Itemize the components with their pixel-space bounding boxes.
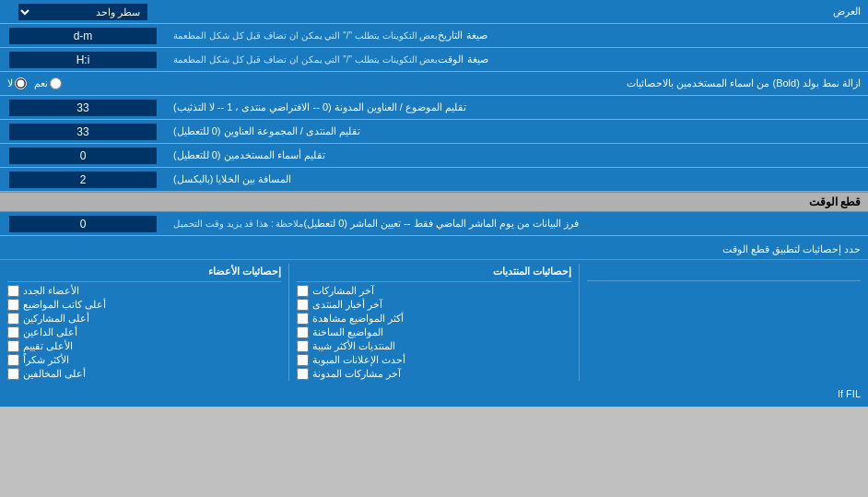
forum-order-label: تقليم الموضوع / العناوين المدونة (0 -- ا…: [166, 96, 868, 119]
forum-group-label: تقليم المنتدى / المجموعة العناوين (0 للت…: [166, 120, 868, 143]
bold-remove-yes-label: نعم: [34, 77, 62, 89]
col1-checkbox-5[interactable]: [7, 354, 19, 366]
col2-checkbox-4[interactable]: [297, 340, 309, 352]
col2-item-6: آخر مشاركات المدونة: [297, 367, 570, 381]
users-trim-input[interactable]: [9, 148, 157, 164]
cut-time-fetch-row: فرز البيانات من يوم الماشر الماضي فقط --…: [0, 212, 868, 236]
bold-remove-no-radio[interactable]: [15, 77, 27, 89]
col1-checkbox-6[interactable]: [7, 368, 19, 380]
checkbox-col-1: إحصائيات الأعضاء الأعضاء الجدد أعلى كاتب…: [0, 264, 288, 381]
date-format-input-container: [0, 24, 166, 47]
col2-header: إحصائيات المنتديات: [297, 264, 570, 282]
bottom-section: حدد إحصائيات لتطبيق قطع الوقت إحصائيات ا…: [0, 236, 868, 407]
forum-group-input-container: [0, 120, 166, 143]
col1-item-0: الأعضاء الجدد: [7, 284, 281, 298]
col2-checkbox-6[interactable]: [297, 368, 309, 380]
display-select-container: سطر واحد سطرين ثلاثة أسطر: [0, 2, 166, 22]
stats-apply-label: حدد إحصائيات لتطبيق قطع الوقت: [7, 243, 861, 255]
cut-time-header: قطع الوقت: [0, 192, 868, 212]
col1-checkbox-3[interactable]: [7, 326, 19, 338]
col1-checkbox-4[interactable]: [7, 340, 19, 352]
forum-group-row: تقليم المنتدى / المجموعة العناوين (0 للت…: [0, 120, 868, 144]
cut-time-fetch-input-container: [0, 212, 166, 235]
date-format-row: صيغة التاريخ بعض التكوينات يتطلب "/" الت…: [0, 24, 868, 48]
col1-checkbox-0[interactable]: [7, 285, 19, 297]
col1-item-5: الأكثر شكراً: [7, 353, 281, 367]
col1-item-1: أعلى كاتب المواضيع: [7, 298, 281, 312]
col1-item-2: أعلى المشاركين: [7, 312, 281, 325]
forum-order-input-container: [0, 96, 166, 119]
col2-checkbox-5[interactable]: [297, 354, 309, 366]
cell-spacing-row: المسافة بين الخلايا (بالبكسل): [0, 168, 868, 192]
time-format-input-container: [0, 48, 166, 71]
col1-item-4: الأعلى تقييم: [7, 339, 281, 353]
col2-item-3: المواضيع الساخنة: [297, 325, 570, 339]
stats-apply-row: حدد إحصائيات لتطبيق قطع الوقت: [0, 240, 868, 260]
forum-order-row: تقليم الموضوع / العناوين المدونة (0 -- ا…: [0, 96, 868, 120]
col1-header: إحصائيات الأعضاء: [7, 264, 281, 282]
col2-item-0: آخر المشاركات: [297, 284, 570, 298]
checkbox-col-2: إحصائيات المنتديات آخر المشاركات آخر أخب…: [288, 264, 578, 381]
cell-spacing-label: المسافة بين الخلايا (بالبكسل): [166, 168, 868, 191]
forum-group-input[interactable]: [9, 124, 157, 140]
display-row: العرض سطر واحد سطرين ثلاثة أسطر: [0, 0, 868, 24]
col2-checkbox-0[interactable]: [297, 285, 309, 297]
bold-remove-row: ازالة نمط بولد (Bold) من اسماء المستخدمي…: [0, 72, 868, 96]
col3-header: [587, 264, 861, 281]
users-trim-input-container: [0, 144, 166, 167]
col1-item-3: أعلى الداعين: [7, 325, 281, 339]
forum-order-input[interactable]: [9, 100, 157, 116]
time-format-label: صيغة الوقت بعض التكوينات يتطلب "/" التي …: [166, 48, 868, 71]
cut-time-fetch-label: فرز البيانات من يوم الماشر الماضي فقط --…: [166, 212, 868, 235]
col2-item-2: أكثر المواضيع مشاهدة: [297, 312, 570, 325]
bottom-label: If FIL: [0, 385, 868, 403]
time-format-input[interactable]: [9, 52, 157, 68]
checkbox-col-3: [579, 264, 868, 381]
main-container: العرض سطر واحد سطرين ثلاثة أسطر صيغة الت…: [0, 0, 868, 407]
date-format-label: صيغة التاريخ بعض التكوينات يتطلب "/" الت…: [166, 24, 868, 47]
col2-checkbox-2[interactable]: [297, 313, 309, 325]
col1-item-6: أعلى المخالفين: [7, 367, 281, 381]
col2-item-1: آخر أخبار المنتدى: [297, 298, 570, 312]
col1-checkbox-1[interactable]: [7, 299, 19, 311]
bold-remove-yes-radio[interactable]: [50, 77, 62, 89]
col2-item-4: المنتديات الأكثر شيبة: [297, 339, 570, 353]
bold-remove-no-label: لا: [7, 77, 27, 89]
col1-checkbox-2[interactable]: [7, 313, 19, 325]
col2-checkbox-3[interactable]: [297, 326, 309, 338]
display-select[interactable]: سطر واحد سطرين ثلاثة أسطر: [18, 4, 147, 20]
users-trim-row: تقليم أسماء المستخدمين (0 للتعطيل): [0, 144, 868, 168]
bold-remove-input-container: نعم لا: [0, 76, 166, 91]
date-format-input[interactable]: [9, 28, 157, 44]
cell-spacing-input-container: [0, 168, 166, 191]
col2-checkbox-1[interactable]: [297, 299, 309, 311]
bold-remove-label: ازالة نمط بولد (Bold) من اسماء المستخدمي…: [166, 74, 868, 93]
display-label: العرض: [166, 2, 868, 21]
time-format-row: صيغة الوقت بعض التكوينات يتطلب "/" التي …: [0, 48, 868, 72]
cell-spacing-input[interactable]: [9, 172, 157, 188]
checkbox-columns: إحصائيات المنتديات آخر المشاركات آخر أخب…: [0, 260, 868, 385]
col2-item-5: أحدث الإعلانات المبوبة: [297, 353, 570, 367]
cut-time-fetch-input[interactable]: [9, 216, 157, 232]
users-trim-label: تقليم أسماء المستخدمين (0 للتعطيل): [166, 144, 868, 167]
